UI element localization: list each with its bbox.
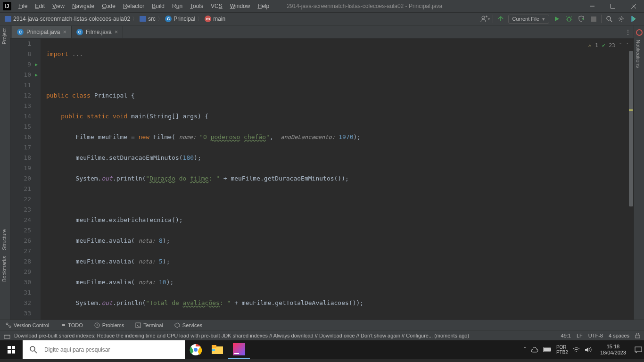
crumb-project[interactable]: 2914-java-screenmatch-listas-colecoes-au… <box>5 16 130 22</box>
app-icon: IJ <box>3 2 11 10</box>
status-icon[interactable] <box>4 332 10 339</box>
crumb-method[interactable]: mmain <box>205 16 225 22</box>
svg-rect-14 <box>8 350 11 354</box>
run-config-selector[interactable]: Current File▾ <box>508 15 549 24</box>
svg-point-4 <box>607 16 611 20</box>
tool-project[interactable]: Project <box>0 25 8 47</box>
tool-notifications[interactable]: Notifications <box>634 37 643 71</box>
crumb-src[interactable]: src <box>140 16 156 22</box>
svg-point-19 <box>193 347 198 352</box>
tray-battery-icon[interactable] <box>543 347 552 352</box>
tray-volume-icon[interactable] <box>585 347 592 353</box>
taskbar-search[interactable]: Digite aqui para pesquisar <box>23 340 185 359</box>
update-icon[interactable] <box>496 14 505 24</box>
tool-bookmarks[interactable]: Bookmarks <box>0 253 8 285</box>
check-icon: ✔ <box>602 41 605 51</box>
tool-terminal[interactable]: Terminal <box>130 322 169 328</box>
breadcrumb: 2914-java-screenmatch-listas-colecoes-au… <box>0 15 480 23</box>
indent-setting[interactable]: 4 spaces <box>609 333 629 338</box>
window-title: 2914-java-screenmatch-listas-colecoes-au… <box>272 3 582 9</box>
menu-view[interactable]: View <box>49 1 68 11</box>
start-button[interactable] <box>0 340 23 359</box>
notification-badge-icon[interactable] <box>636 29 643 36</box>
main-menu: File Edit View Navigate Code Refactor Bu… <box>15 1 272 11</box>
run-gutter-icon[interactable]: ▶ <box>35 59 38 70</box>
folder-icon <box>140 16 146 22</box>
menu-refactor[interactable]: Refactor <box>120 1 148 11</box>
add-user-icon[interactable]: ▾ <box>480 14 490 24</box>
close-icon[interactable]: × <box>115 28 118 35</box>
tray-wifi-icon[interactable] <box>573 347 580 353</box>
navigation-bar: 2914-java-screenmatch-listas-colecoes-au… <box>0 12 644 25</box>
fold-column[interactable] <box>34 39 41 320</box>
svg-rect-15 <box>12 350 15 354</box>
minimize-button[interactable] <box>582 0 603 12</box>
chevron-down-icon[interactable]: ˇ <box>626 41 629 51</box>
menu-edit[interactable]: Edit <box>32 1 48 11</box>
scrollbar[interactable] <box>628 39 634 320</box>
close-button[interactable] <box>623 0 644 12</box>
settings-icon[interactable] <box>617 14 626 24</box>
tray-chevron-icon[interactable]: ˆ <box>524 346 526 353</box>
caret-position[interactable]: 49:1 <box>561 333 571 338</box>
taskbar-chrome[interactable] <box>185 340 206 359</box>
line-ending[interactable]: LF <box>577 333 583 338</box>
debug-button[interactable] <box>564 14 574 24</box>
tool-services[interactable]: Services <box>169 322 208 328</box>
svg-rect-24 <box>550 348 551 351</box>
windows-taskbar: Digite aqui para pesquisar ˆ PORPTB2 15:… <box>0 340 644 359</box>
system-tray: ˆ PORPTB2 15:1818/04/2023 <box>524 344 644 356</box>
tool-version-control[interactable]: Version Control <box>0 322 55 328</box>
taskbar-intellij[interactable] <box>228 340 250 359</box>
menu-run[interactable]: Run <box>169 1 186 11</box>
tab-filme[interactable]: CFilme.java× <box>72 26 123 38</box>
menu-code[interactable]: Code <box>99 1 119 11</box>
editor-tabs: CPrincipal.java× CFilme.java× ⋮ <box>10 25 634 39</box>
toolbar: ▾ Current File▾ <box>480 14 644 24</box>
run-button[interactable] <box>552 14 561 24</box>
svg-rect-3 <box>591 16 596 22</box>
titlebar: IJ File Edit View Navigate Code Refactor… <box>0 0 644 12</box>
tool-structure[interactable]: Structure <box>0 226 8 253</box>
svg-rect-13 <box>12 346 15 349</box>
scrollbar-thumb[interactable] <box>629 51 633 206</box>
tray-notifications-icon[interactable] <box>635 346 642 353</box>
status-message[interactable]: Download pre-built shared indexes: Reduc… <box>14 333 469 338</box>
inspection-widget[interactable]: ⚠1 ✔23 ˆ ˇ <box>588 41 629 51</box>
taskbar-explorer[interactable] <box>206 340 228 359</box>
file-encoding[interactable]: UTF-8 <box>588 333 603 338</box>
tray-clock[interactable]: 15:1818/04/2023 <box>596 344 630 356</box>
menu-file[interactable]: File <box>15 1 31 11</box>
search-placeholder: Digite aqui para pesquisar <box>44 346 110 353</box>
tray-onedrive-icon[interactable] <box>531 347 538 353</box>
chevron-up-icon[interactable]: ˆ <box>619 41 622 51</box>
run-gutter-icon[interactable]: ▶ <box>35 70 38 80</box>
tool-problems[interactable]: Problems <box>89 322 130 328</box>
menu-tools[interactable]: Tools <box>187 1 206 11</box>
code-editor[interactable]: ⚠1 ✔23 ˆ ˇ 1 8 9▶ 10▶ 11 12 13 14 15 16 … <box>10 39 634 320</box>
coverage-icon[interactable] <box>577 14 586 24</box>
close-icon[interactable]: × <box>63 28 66 35</box>
readonly-lock-icon[interactable] <box>635 333 640 338</box>
tool-todo[interactable]: ≔TODO <box>55 322 89 328</box>
svg-rect-12 <box>8 346 11 349</box>
menu-navigate[interactable]: Navigate <box>69 1 98 11</box>
class-icon: C <box>17 29 24 35</box>
right-tool-strip: Notifications <box>634 25 644 320</box>
tab-options-icon[interactable]: ⋮ <box>625 29 631 35</box>
menu-build[interactable]: Build <box>149 1 168 11</box>
crumb-class[interactable]: CPrincipal <box>165 16 195 22</box>
tray-language-icon[interactable]: PORPTB2 <box>556 345 568 355</box>
menu-help[interactable]: Help <box>254 1 272 11</box>
code-text[interactable]: import ... public class Principal { publ… <box>41 39 634 320</box>
ai-icon[interactable] <box>629 14 638 24</box>
menu-vcs[interactable]: VCS <box>207 1 226 11</box>
menu-window[interactable]: Window <box>227 1 254 11</box>
tab-principal[interactable]: CPrincipal.java× <box>12 26 72 38</box>
stop-button[interactable] <box>589 14 598 24</box>
maximize-button[interactable] <box>603 0 623 12</box>
class-icon: C <box>165 16 172 22</box>
search-icon[interactable] <box>604 14 614 24</box>
svg-rect-9 <box>136 323 140 328</box>
warning-icon: ⚠ <box>588 41 592 51</box>
